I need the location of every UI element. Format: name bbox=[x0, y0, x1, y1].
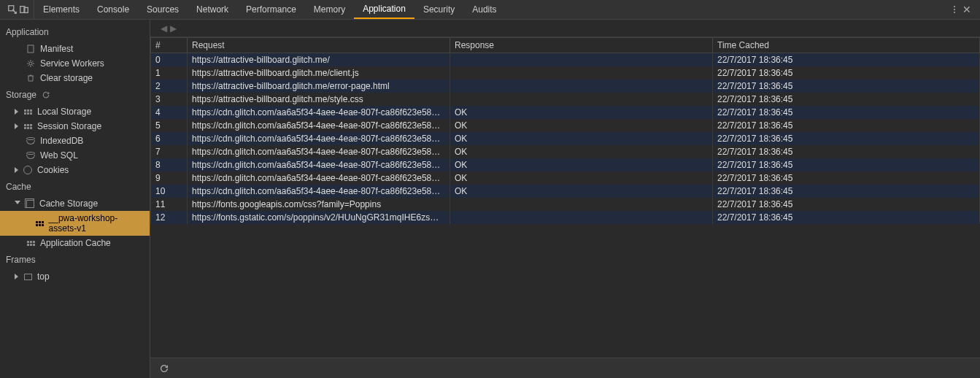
sidebar-item-top[interactable]: top bbox=[0, 269, 150, 284]
cell-idx: 10 bbox=[151, 185, 188, 198]
table-row[interactable]: 9https://cdn.glitch.com/aa6a5f34-4aee-4e… bbox=[151, 171, 980, 185]
cookie-icon bbox=[23, 166, 33, 174]
sidebar-item-label: Manifest bbox=[40, 44, 73, 54]
svg-point-4 bbox=[29, 62, 32, 65]
sidebar-item--pwa-workshop-assets-v1[interactable]: __pwa-workshop-assets-v1 bbox=[0, 211, 150, 236]
content: ◀ ▶ # Request Response Time Cached 0http… bbox=[150, 20, 980, 378]
disclosure-triangle-icon[interactable] bbox=[15, 201, 20, 207]
sidebar-item-indexeddb[interactable]: IndexedDB bbox=[0, 134, 150, 148]
sidebar-item-web-sql[interactable]: Web SQL bbox=[0, 148, 150, 163]
col-response[interactable]: Response bbox=[450, 38, 713, 53]
tab-memory[interactable]: Memory bbox=[305, 0, 354, 19]
cell-idx: 7 bbox=[151, 145, 188, 158]
table-header-row: # Request Response Time Cached bbox=[151, 38, 980, 53]
table-row[interactable]: 2https://attractive-billboard.glitch.me/… bbox=[151, 80, 980, 93]
sidebar-item-label: Web SQL bbox=[40, 150, 78, 161]
sidebar-item-service-workers[interactable]: Service Workers bbox=[0, 56, 150, 71]
sidebar-item-session-storage[interactable]: Session Storage bbox=[0, 119, 150, 134]
cell-resp: OK bbox=[450, 106, 713, 119]
col-index[interactable]: # bbox=[151, 38, 188, 53]
gear-icon bbox=[26, 59, 36, 68]
cell-req: https://cdn.glitch.com/aa6a5f34-4aee-4ea… bbox=[188, 119, 450, 132]
trash-icon bbox=[26, 74, 36, 82]
cell-resp: OK bbox=[450, 171, 713, 185]
cell-idx: 11 bbox=[151, 198, 188, 211]
table-row[interactable]: 3https://attractive-billboard.glitch.me/… bbox=[151, 93, 980, 106]
tab-sources[interactable]: Sources bbox=[138, 0, 188, 19]
cache-table: # Request Response Time Cached 0https://… bbox=[150, 37, 980, 224]
table-row[interactable]: 8https://cdn.glitch.com/aa6a5f34-4aee-4e… bbox=[151, 158, 980, 171]
cell-req: https://attractive-billboard.glitch.me/c… bbox=[188, 66, 450, 80]
sidebar-item-local-storage[interactable]: Local Storage bbox=[0, 104, 150, 119]
grid-icon bbox=[23, 107, 33, 116]
sidebar-item-clear-storage[interactable]: Clear storage bbox=[0, 71, 150, 85]
sidebar-item-application-cache[interactable]: Application Cache bbox=[0, 236, 150, 250]
tab-audits[interactable]: Audits bbox=[463, 0, 505, 19]
inspect-icon[interactable] bbox=[7, 5, 18, 14]
table-row[interactable]: 7https://cdn.glitch.com/aa6a5f34-4aee-4e… bbox=[151, 145, 980, 158]
tab-network[interactable]: Network bbox=[188, 0, 237, 19]
disclosure-triangle-icon[interactable] bbox=[15, 167, 18, 173]
sidebar-item-label: Cache Storage bbox=[39, 198, 98, 209]
cell-resp: OK bbox=[450, 185, 713, 198]
nav-forward-icon[interactable]: ▶ bbox=[170, 23, 177, 34]
cell-time: 22/7/2017 18:36:45 bbox=[713, 171, 980, 185]
sidebar-item-cache-storage[interactable]: Cache Storage bbox=[0, 196, 150, 211]
disclosure-triangle-icon[interactable] bbox=[15, 109, 18, 115]
group-application: Application bbox=[0, 23, 150, 42]
cell-resp bbox=[450, 53, 713, 67]
cell-resp bbox=[450, 66, 713, 80]
frame-icon bbox=[23, 272, 33, 281]
cell-time: 22/7/2017 18:36:45 bbox=[713, 145, 980, 158]
cell-idx: 9 bbox=[151, 171, 188, 185]
sidebar-item-manifest[interactable]: Manifest bbox=[0, 42, 150, 56]
sidebar: ApplicationManifestService WorkersClear … bbox=[0, 20, 150, 378]
cell-req: https://cdn.glitch.com/aa6a5f34-4aee-4ea… bbox=[188, 145, 450, 158]
nav-arrows: ◀ ▶ bbox=[150, 20, 980, 37]
sidebar-item-label: Local Storage bbox=[37, 107, 91, 117]
tab-elements[interactable]: Elements bbox=[34, 0, 88, 19]
tab-performance[interactable]: Performance bbox=[237, 0, 305, 19]
cell-resp: OK bbox=[450, 119, 713, 132]
table-row[interactable]: 5https://cdn.glitch.com/aa6a5f34-4aee-4e… bbox=[151, 119, 980, 132]
table-row[interactable]: 11https://fonts.googleapis.com/css?famil… bbox=[151, 198, 980, 211]
svg-rect-3 bbox=[28, 45, 34, 53]
cell-time: 22/7/2017 18:36:45 bbox=[713, 158, 980, 171]
cell-req: https://cdn.glitch.com/aa6a5f34-4aee-4ea… bbox=[188, 158, 450, 171]
kebab-menu-icon[interactable] bbox=[954, 6, 955, 13]
cell-resp: OK bbox=[450, 132, 713, 145]
table-row[interactable]: 0https://attractive-billboard.glitch.me/… bbox=[151, 53, 980, 67]
cell-req: https://cdn.glitch.com/aa6a5f34-4aee-4ea… bbox=[188, 171, 450, 185]
cell-time: 22/7/2017 18:36:45 bbox=[713, 198, 980, 211]
cell-idx: 3 bbox=[151, 93, 188, 106]
tab-console[interactable]: Console bbox=[88, 0, 138, 19]
refresh-icon[interactable] bbox=[159, 364, 169, 373]
table-row[interactable]: 4https://cdn.glitch.com/aa6a5f34-4aee-4e… bbox=[151, 106, 980, 119]
nav-back-icon[interactable]: ◀ bbox=[161, 23, 167, 34]
tab-security[interactable]: Security bbox=[414, 0, 463, 19]
devtools-tabbar: ElementsConsoleSourcesNetworkPerformance… bbox=[0, 0, 980, 20]
sidebar-item-cookies[interactable]: Cookies bbox=[0, 163, 150, 177]
col-request[interactable]: Request bbox=[188, 38, 450, 53]
disclosure-triangle-icon[interactable] bbox=[15, 274, 18, 279]
group-cache: Cache bbox=[0, 177, 150, 196]
device-toggle-icon[interactable] bbox=[19, 5, 29, 14]
cell-idx: 8 bbox=[151, 158, 188, 171]
cell-time: 22/7/2017 18:36:45 bbox=[713, 119, 980, 132]
table-row[interactable]: 10https://cdn.glitch.com/aa6a5f34-4aee-4… bbox=[151, 185, 980, 198]
table-row[interactable]: 12https://fonts.gstatic.com/s/poppins/v2… bbox=[151, 211, 980, 224]
table-row[interactable]: 1https://attractive-billboard.glitch.me/… bbox=[151, 66, 980, 80]
cell-time: 22/7/2017 18:36:45 bbox=[713, 93, 980, 106]
disclosure-triangle-icon[interactable] bbox=[15, 123, 18, 129]
close-icon[interactable]: ✕ bbox=[962, 4, 971, 15]
sidebar-item-label: Cookies bbox=[37, 165, 69, 175]
cell-resp: OK bbox=[450, 158, 713, 171]
cell-resp bbox=[450, 93, 713, 106]
table-row[interactable]: 6https://cdn.glitch.com/aa6a5f34-4aee-4e… bbox=[151, 132, 980, 145]
group-storage: Storage bbox=[0, 85, 150, 104]
cell-req: https://cdn.glitch.com/aa6a5f34-4aee-4ea… bbox=[188, 106, 450, 119]
col-time-cached[interactable]: Time Cached bbox=[713, 38, 980, 53]
cell-req: https://cdn.glitch.com/aa6a5f34-4aee-4ea… bbox=[188, 185, 450, 198]
sidebar-item-label: top bbox=[37, 271, 50, 282]
tab-application[interactable]: Application bbox=[354, 0, 414, 19]
